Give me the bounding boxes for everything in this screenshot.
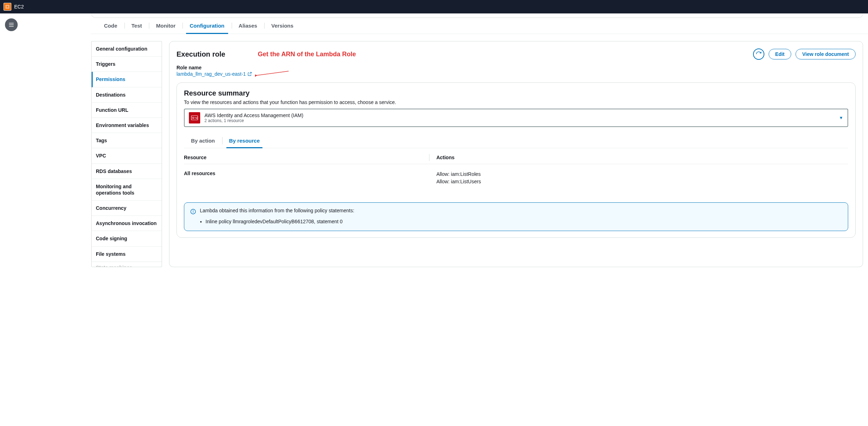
sidenav-item-destinations[interactable]: Destinations [92, 87, 162, 103]
row-resource: All resources [184, 171, 436, 185]
panel-stub [91, 13, 863, 18]
chevron-down-icon: ▼ [839, 115, 843, 120]
ec2-service-icon [4, 3, 11, 11]
topbar-service-label[interactable]: EC2 [14, 4, 24, 10]
svg-point-7 [193, 211, 193, 211]
sidenav-item-async[interactable]: Asynchronous invocation [92, 216, 162, 231]
resource-table: Resource Actions All resources Allow: ia… [184, 151, 848, 192]
row-action: Allow: iam:ListRoles [436, 171, 481, 178]
sidenav-item-permissions[interactable]: Permissions [92, 72, 162, 87]
tab-test[interactable]: Test [125, 18, 149, 34]
sidenav-item-vpc[interactable]: VPC [92, 148, 162, 163]
service-subtext: 2 actions, 1 resource [204, 118, 835, 123]
svg-rect-0 [6, 5, 9, 8]
main-panel: Execution role Get the ARN of the Lambda… [169, 41, 863, 267]
topbar: EC2 [0, 0, 868, 13]
table-row: All resources Allow: iam:ListRoles Allow… [184, 164, 848, 192]
subtab-by-resource[interactable]: By resource [222, 133, 267, 148]
info-icon [190, 208, 196, 216]
sidenav-item-code-signing[interactable]: Code signing [92, 231, 162, 246]
sidenav-item-env-vars[interactable]: Environment variables [92, 118, 162, 133]
tab-aliases[interactable]: Aliases [232, 18, 265, 34]
resource-subtabs: By action By resource [184, 133, 848, 148]
edit-button[interactable]: Edit [769, 49, 791, 59]
role-name-text: lambda_llm_rag_dev_us-east-1 [177, 71, 246, 77]
tab-code[interactable]: Code [97, 18, 125, 34]
view-role-document-button[interactable]: View role document [795, 49, 856, 59]
config-sidenav: General configuration Triggers Permissio… [91, 41, 162, 267]
annotation-text: Get the ARN of the Lambda Role [258, 51, 749, 58]
role-name-link[interactable]: lambda_llm_rag_dev_us-east-1 [177, 71, 252, 77]
service-name: AWS Identity and Access Management (IAM) [204, 113, 835, 118]
external-link-icon [247, 71, 252, 76]
sidenav-item-general[interactable]: General configuration [92, 41, 162, 57]
resource-summary-heading: Resource summary [184, 89, 848, 97]
info-list-item: Inline policy llmragroledevDefaultPolicy… [206, 219, 842, 224]
sidenav-item-tags[interactable]: Tags [92, 133, 162, 148]
info-text: Lambda obtained this information from th… [200, 208, 354, 213]
resource-summary-panel: Resource summary To view the resources a… [177, 82, 856, 238]
sidenav-item-function-url[interactable]: Function URL [92, 103, 162, 118]
refresh-button[interactable] [753, 48, 764, 60]
sidenav-item-rds[interactable]: RDS databases [92, 164, 162, 179]
svg-line-2 [257, 71, 289, 75]
svg-point-4 [192, 117, 194, 119]
row-action: Allow: iam:ListUsers [436, 178, 481, 185]
role-name-label: Role name [177, 65, 856, 70]
resource-summary-desc: To view the resources and actions that y… [184, 99, 848, 105]
sidenav-item-state-machines[interactable]: State machines [92, 262, 162, 267]
col-header-actions: Actions [436, 155, 455, 160]
execution-role-heading: Execution role [177, 50, 225, 58]
hamburger-menu-button[interactable] [5, 18, 18, 31]
sidenav-item-concurrency[interactable]: Concurrency [92, 201, 162, 216]
info-box: Lambda obtained this information from th… [184, 202, 848, 231]
svg-rect-1 [6, 6, 8, 7]
tab-configuration[interactable]: Configuration [183, 18, 231, 34]
service-select-dropdown[interactable]: AWS Identity and Access Management (IAM)… [184, 109, 848, 127]
sidenav-item-file-systems[interactable]: File systems [92, 247, 162, 262]
annotation-arrow [255, 70, 290, 77]
sidenav-item-triggers[interactable]: Triggers [92, 57, 162, 72]
subtab-by-action[interactable]: By action [184, 133, 222, 148]
col-header-resource: Resource [184, 155, 436, 160]
iam-service-icon [189, 112, 200, 123]
tab-versions[interactable]: Versions [264, 18, 301, 34]
tab-monitor[interactable]: Monitor [149, 18, 183, 34]
sidenav-item-monitoring-tools[interactable]: Monitoring and operations tools [92, 179, 162, 201]
main-tabs: Code Test Monitor Configuration Aliases … [91, 18, 868, 34]
